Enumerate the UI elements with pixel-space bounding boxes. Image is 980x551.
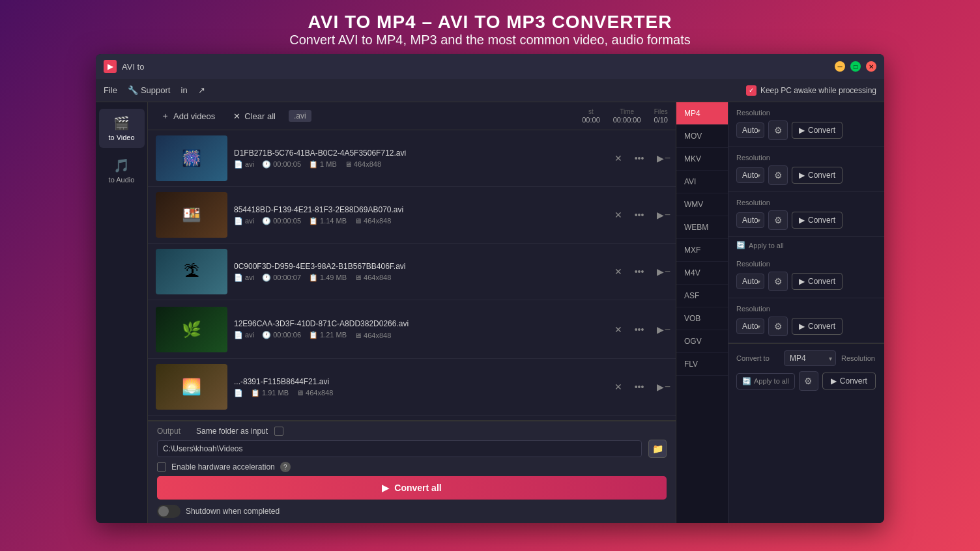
- convert-button-4[interactable]: ▶ Convert: [792, 273, 843, 290]
- remove-file-button[interactable]: ✕: [611, 379, 626, 395]
- resolution-select-1[interactable]: Auto: [736, 122, 764, 138]
- format-mxf[interactable]: MXF: [676, 239, 728, 262]
- wrench-icon: 🔧: [128, 85, 138, 95]
- resolution-select-3[interactable]: Auto: [736, 212, 764, 228]
- help-icon[interactable]: ?: [280, 462, 291, 472]
- close-button[interactable]: ✕: [866, 61, 876, 72]
- share-icon[interactable]: ↗: [198, 85, 205, 95]
- remove-file-button[interactable]: ✕: [611, 264, 626, 279]
- remove-file-button[interactable]: ✕: [611, 322, 626, 337]
- format-wmv[interactable]: WMV: [676, 193, 728, 216]
- settings-bottom-button[interactable]: ⚙: [799, 371, 818, 391]
- file-menu[interactable]: File: [104, 85, 117, 95]
- resolution-select-5[interactable]: Auto: [736, 318, 764, 334]
- convert-to-row: Convert to MP4 Resolution Auto: [736, 350, 884, 366]
- app-icon: ▶: [104, 60, 117, 73]
- minimize-button[interactable]: ─: [835, 61, 845, 72]
- remove-file-button[interactable]: ✕: [611, 207, 626, 223]
- more-options-button[interactable]: •••: [631, 379, 647, 395]
- menu-bar: File 🔧 Support in ↗ ✓ Keep PC awake whil…: [96, 79, 884, 102]
- apply-to-all-button[interactable]: 🔄 Apply to all: [728, 237, 884, 253]
- file-duration: 🕐 00:00:07: [262, 274, 301, 282]
- shutdown-label: Shutdown when completed: [186, 507, 280, 516]
- convert-button-1[interactable]: ▶ Convert: [792, 122, 843, 139]
- output-label: Output: [157, 427, 190, 436]
- table-row: 🎆 D1FB271B-5C76-41BA-B0C2-4A5F3506F712.a…: [148, 130, 676, 187]
- more-options-button[interactable]: •••: [631, 150, 647, 166]
- convert-all-button[interactable]: ▶ Convert all: [157, 476, 667, 500]
- collapse-button[interactable]: −: [665, 266, 670, 277]
- title-bar: ▶ AVI to ─ □ ✕: [96, 54, 884, 79]
- table-row: 🏝 0C900F3D-D959-4EE3-98A2-B1B567BB406F.a…: [148, 244, 676, 300]
- file-name: 0C900F3D-D959-4EE3-98A2-B1B567BB406F.avi: [234, 262, 604, 271]
- format-m4v[interactable]: M4V: [676, 262, 728, 285]
- sidebar-item-audio[interactable]: 🎵 to Audio: [99, 151, 145, 190]
- toggle-knob: [158, 506, 169, 516]
- keep-awake-section: ✓ Keep PC awake while processing: [746, 85, 876, 96]
- format-webm[interactable]: WEBM: [676, 216, 728, 239]
- title-bar-title: AVI to: [122, 62, 144, 72]
- apply-to-all-bottom-button[interactable]: 🔄 Apply to all: [736, 373, 795, 389]
- keep-awake-checkbox[interactable]: ✓: [746, 85, 757, 96]
- x-icon: ✕: [233, 111, 240, 121]
- resolution-select-wrapper: Auto: [736, 122, 764, 138]
- path-row: 📁: [157, 440, 667, 458]
- settings-button-3[interactable]: ⚙: [768, 210, 788, 230]
- format-mp4[interactable]: MP4: [676, 102, 728, 125]
- app-window: ▶ AVI to ─ □ ✕ File 🔧 Support in ↗ ✓ Kee…: [96, 54, 884, 523]
- format-vob[interactable]: VOB: [676, 307, 728, 330]
- file-format: 📄 avi: [234, 274, 254, 282]
- resolution-label: Resolution: [841, 354, 884, 362]
- file-thumbnail: 🏝: [156, 249, 227, 294]
- file-meta: 📄 avi 🕐 00:00:05 📋 1 MB 🖥 464x848: [234, 160, 604, 169]
- format-mov[interactable]: MOV: [676, 125, 728, 148]
- file-name: D1FB271B-5C76-41BA-B0C2-4A5F3506F712.avi: [234, 148, 604, 158]
- convert-to-format-wrapper: MP4: [784, 350, 836, 366]
- format-flv[interactable]: FLV: [676, 353, 728, 376]
- settings-button-1[interactable]: ⚙: [768, 120, 788, 140]
- shutdown-toggle[interactable]: [157, 505, 180, 518]
- maximize-button[interactable]: □: [850, 61, 861, 72]
- more-options-button[interactable]: •••: [631, 207, 647, 223]
- same-folder-checkbox[interactable]: [274, 427, 283, 436]
- sidebar-item-video[interactable]: 🎬 to Video: [99, 109, 145, 148]
- browse-button[interactable]: 📁: [648, 440, 667, 458]
- hw-accel-checkbox[interactable]: [157, 462, 166, 472]
- clear-all-button[interactable]: ✕ Clear all: [228, 109, 281, 124]
- bottom-actions-row: 🔄 Apply to all ⚙ ▶ Convert: [736, 371, 884, 391]
- convert-to-format-select[interactable]: MP4: [784, 350, 836, 366]
- more-options-button[interactable]: •••: [631, 322, 647, 337]
- video-icon: 🎬: [113, 115, 130, 131]
- resolution-select-4[interactable]: Auto: [736, 274, 764, 289]
- file-format: 📄 avi: [234, 217, 254, 225]
- remove-file-button[interactable]: ✕: [611, 150, 626, 166]
- format-avi[interactable]: AVI: [676, 171, 728, 193]
- format-asf[interactable]: ASF: [676, 285, 728, 307]
- linkedin-icon[interactable]: in: [181, 85, 188, 95]
- output-path-input[interactable]: [157, 440, 642, 457]
- convert-button-2[interactable]: ▶ Convert: [792, 167, 843, 184]
- collapse-button[interactable]: −: [665, 209, 670, 221]
- convert-button-3[interactable]: ▶ Convert: [792, 212, 843, 229]
- support-menu[interactable]: 🔧 Support: [128, 85, 171, 95]
- settings-button-2[interactable]: ⚙: [768, 165, 788, 185]
- add-videos-button[interactable]: ＋ Add videos: [156, 107, 220, 124]
- resolution-select-2[interactable]: Auto: [736, 167, 764, 183]
- collapse-button[interactable]: −: [665, 324, 670, 335]
- collapse-button[interactable]: −: [665, 381, 670, 393]
- settings-button-4[interactable]: ⚙: [768, 272, 788, 291]
- sidebar-audio-label: to Audio: [109, 176, 135, 184]
- file-info: ...-8391-F115B8644F21.avi 📄 📋 1.91 MB 🖥 …: [234, 377, 604, 397]
- collapse-button[interactable]: −: [665, 152, 670, 164]
- file-area: ＋ Add videos ✕ Clear all .avi st 00:00 T…: [148, 102, 676, 523]
- format-mkv[interactable]: MKV: [676, 148, 728, 171]
- convert-button-5[interactable]: ▶ Convert: [792, 318, 843, 335]
- format-ogv[interactable]: OGV: [676, 330, 728, 353]
- file-info: D1FB271B-5C76-41BA-B0C2-4A5F3506F712.avi…: [234, 148, 604, 169]
- file-format: 📄: [234, 389, 243, 397]
- file-duration: 🕐 00:00:05: [262, 160, 301, 169]
- settings-button-5[interactable]: ⚙: [768, 317, 788, 336]
- convert-bottom-button[interactable]: ▶ Convert: [822, 373, 876, 389]
- sidebar-video-label: to Video: [108, 134, 134, 141]
- more-options-button[interactable]: •••: [631, 264, 647, 279]
